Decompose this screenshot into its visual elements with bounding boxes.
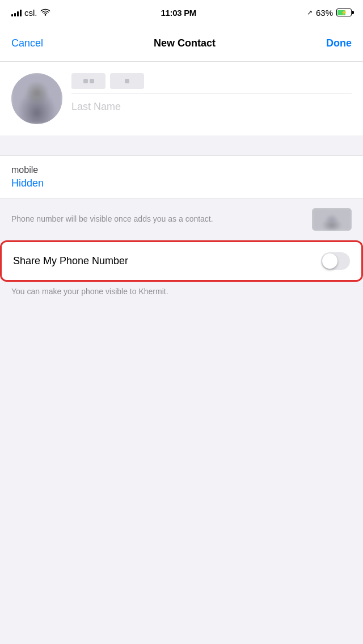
nav-bar: Cancel New Contact Done bbox=[0, 25, 363, 62]
svg-point-0 bbox=[44, 14, 46, 16]
section-separator-1 bbox=[0, 135, 363, 155]
avatar[interactable] bbox=[11, 73, 62, 124]
status-left: csl. bbox=[11, 8, 50, 18]
location-icon: ↗ bbox=[307, 9, 313, 16]
cancel-button[interactable]: Cancel bbox=[11, 37, 43, 49]
signal-bars bbox=[11, 9, 22, 16]
info-blurred-image bbox=[312, 208, 352, 231]
share-toggle-row: Share My Phone Number bbox=[2, 242, 361, 280]
share-phone-toggle[interactable] bbox=[321, 252, 350, 270]
info-text: Phone number will be visible once adds y… bbox=[11, 214, 303, 225]
name-fields-row bbox=[71, 73, 352, 89]
share-toggle-highlight: Share My Phone Number bbox=[0, 240, 363, 282]
first-name-field-placeholder[interactable] bbox=[71, 73, 105, 89]
contact-fields: Last Name bbox=[71, 73, 352, 115]
share-caption-section: You can make your phone visible to Kherm… bbox=[0, 282, 363, 307]
carrier-label: csl. bbox=[24, 8, 37, 18]
phone-value[interactable]: Hidden bbox=[11, 177, 352, 189]
battery-icon: ⚡ bbox=[336, 9, 352, 16]
name-divider bbox=[71, 94, 352, 94]
info-image-placeholder bbox=[312, 208, 352, 231]
info-section: Phone number will be visible once adds y… bbox=[0, 199, 363, 240]
contact-header: Last Name bbox=[0, 62, 363, 135]
done-button[interactable]: Done bbox=[326, 37, 352, 49]
phone-label: mobile bbox=[11, 165, 352, 175]
middle-name-field-placeholder[interactable] bbox=[110, 73, 144, 89]
last-name-field[interactable]: Last Name bbox=[71, 99, 352, 115]
phone-section: mobile Hidden bbox=[0, 155, 363, 199]
status-bar: csl. 11:03 PM ↗ 63% ⚡ bbox=[0, 0, 363, 25]
battery-percent: 63% bbox=[316, 8, 333, 18]
empty-space bbox=[0, 307, 363, 477]
page-title: New Contact bbox=[154, 37, 216, 49]
first-name-dot bbox=[83, 79, 88, 83]
status-right: ↗ 63% ⚡ bbox=[307, 8, 352, 18]
share-caption-text: You can make your phone visible to Kherm… bbox=[11, 287, 168, 296]
avatar-image bbox=[11, 73, 62, 124]
middle-name-dot bbox=[125, 79, 129, 83]
share-toggle-label: Share My Phone Number bbox=[13, 255, 128, 267]
toggle-knob bbox=[322, 253, 337, 269]
status-time: 11:03 PM bbox=[161, 8, 196, 18]
first-name-dot2 bbox=[90, 79, 94, 83]
wifi-icon bbox=[40, 9, 50, 16]
